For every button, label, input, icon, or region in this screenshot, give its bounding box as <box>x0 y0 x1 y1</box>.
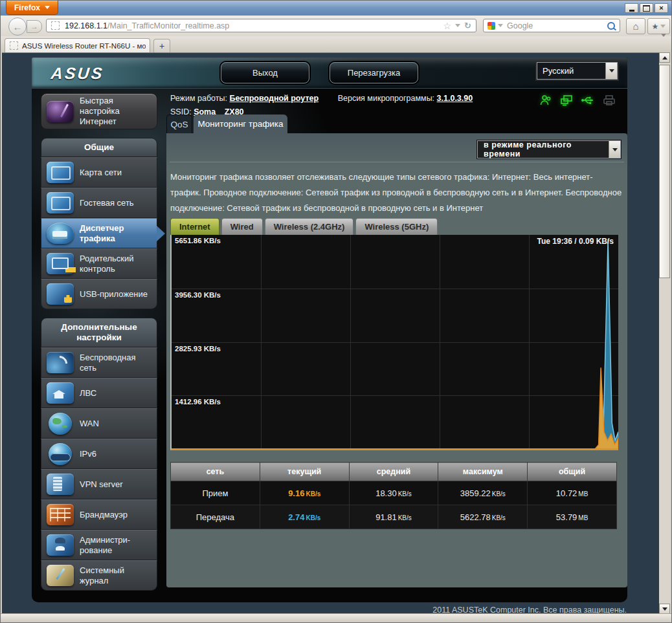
sidebar-item-lan[interactable]: ЛВС <box>41 378 157 408</box>
bookmark-star-icon[interactable]: ☆ <box>443 21 452 30</box>
forward-arrow-icon: → <box>30 22 38 31</box>
browser-window: Firefox × ← → 192.168.1.1/Main_TrafficMo… <box>0 0 672 623</box>
net-tab-wired[interactable]: Wired <box>221 218 263 235</box>
language-select[interactable]: Русский <box>537 62 618 80</box>
sidebar-item-vpn[interactable]: VPN server <box>41 469 157 499</box>
table-cell: 10.72MB <box>528 481 617 505</box>
sidebar-item-label: IPv6 <box>80 449 151 459</box>
maximize-icon <box>643 5 650 12</box>
printer-icon[interactable] <box>603 94 616 106</box>
tab-traffic-monitor[interactable]: Мониторинг трафика <box>194 115 287 133</box>
select-arrow-button[interactable] <box>609 141 620 158</box>
table-row: Прием9.16KB/s18.30KB/s3859.22KB/s10.72MB <box>171 481 617 505</box>
mode-label: Режим работы: <box>170 94 227 103</box>
sidebar: Быстрая настройка Интернет ОбщиеКарта се… <box>41 93 157 591</box>
tab-favicon <box>10 41 18 50</box>
row-label: Передача <box>171 505 260 529</box>
url-dropdown-icon[interactable] <box>455 24 460 27</box>
sidebar-item-firewall[interactable]: Брандмауэр <box>41 499 157 530</box>
firmware-link[interactable]: 3.1.0.3.90 <box>437 94 473 103</box>
home-button[interactable]: ⌂ <box>626 18 645 34</box>
new-tab-button[interactable]: + <box>153 39 170 52</box>
forward-button[interactable]: → <box>27 20 42 33</box>
sidebar-section-title: Общие <box>41 138 157 157</box>
sidebar-item-syslog[interactable]: Системный журнал <box>41 560 157 591</box>
reload-icon[interactable]: ↻ <box>464 21 471 30</box>
minimize-icon <box>629 10 634 12</box>
period-select[interactable]: в режиме реального времени <box>477 140 621 158</box>
traffic-monitor-panel: в режиме реального времени Мониторинг тр… <box>166 133 627 587</box>
mode-link[interactable]: Беспроводной роутер <box>229 94 319 103</box>
description-text: Мониторинг трафика позволяет отслеживать… <box>170 169 623 216</box>
site-identity-icon[interactable] <box>51 21 60 30</box>
sidebar-item-admin[interactable]: Администри­рование <box>41 530 157 560</box>
sidebar-item-label: Диспетчер трафика <box>80 223 151 244</box>
sidebar-item-wireless[interactable]: Беспроводная сеть <box>41 347 157 378</box>
net-tab-wireless-2-4ghz-[interactable]: Wireless (2.4GHz) <box>265 218 354 235</box>
scroll-down-button[interactable] <box>659 604 670 614</box>
table-header: общий <box>528 463 617 481</box>
search-icon[interactable] <box>607 22 615 30</box>
search-engine-dropdown-icon[interactable] <box>498 24 503 27</box>
minimize-button[interactable] <box>625 3 638 13</box>
title-bar: Firefox × <box>1 1 671 16</box>
sidebar-item-label: ЛВС <box>80 388 151 399</box>
chevron-down-icon <box>612 148 618 151</box>
sidebar-item-usb-app[interactable]: USB-приложение <box>41 279 157 309</box>
sidebar-item-traffic-manager[interactable]: Диспетчер трафика <box>41 218 157 248</box>
firefox-menu-button[interactable]: Firefox <box>6 1 58 15</box>
search-bar[interactable]: Google <box>483 19 620 32</box>
triangle-down-icon <box>662 607 667 611</box>
clients-icon[interactable] <box>539 94 552 106</box>
current-value-label: Tue 19:36 / 0.09 KB/s <box>537 237 614 246</box>
usb-icon[interactable] <box>581 94 595 106</box>
y-axis-tick-label: 3956.30 KB/s <box>175 291 221 299</box>
network-screens-icon[interactable] <box>560 94 573 106</box>
select-arrow-button[interactable] <box>605 63 617 79</box>
browser-tab[interactable]: ASUS Wireless Router RT-N66U - монитори.… <box>5 38 150 52</box>
net-tab-wireless-5ghz-[interactable]: Wireless (5GHz) <box>355 218 438 235</box>
close-button[interactable]: × <box>655 3 668 13</box>
sidebar-item-label: USB-приложение <box>80 289 151 300</box>
reboot-button[interactable]: Перезагрузка <box>330 62 418 83</box>
tab-qos[interactable]: QoS <box>166 115 192 133</box>
sidebar-item-wan[interactable]: WAN <box>41 408 157 439</box>
list-all-tabs-button[interactable] <box>661 37 666 49</box>
scroll-up-button[interactable] <box>659 52 670 63</box>
maximize-button[interactable] <box>640 3 653 13</box>
sidebar-item-label: Системный журнал <box>80 565 151 586</box>
traffic-manager-icon <box>47 223 74 244</box>
vertical-scrollbar[interactable] <box>659 52 670 614</box>
url-bar[interactable]: 192.168.1.1/Main_TrafficMonitor_realtime… <box>46 19 476 32</box>
syslog-icon <box>47 565 74 586</box>
traffic-stats-table: сетьтекущийсредниймаксимумобщийПрием9.16… <box>170 462 617 529</box>
table-row: Передача2.74KB/s91.81KB/s5622.78KB/s53.7… <box>171 505 617 529</box>
table-cell: 53.79MB <box>528 505 617 529</box>
logout-button[interactable]: Выход <box>221 62 309 83</box>
back-button[interactable]: ← <box>8 17 27 36</box>
sidebar-section-0: ОбщиеКарта сетиГостевая сетьДиспетчер тр… <box>41 138 157 309</box>
sidebar-item-label: Родительский контроль <box>80 254 151 274</box>
sidebar-item-network-map[interactable]: Карта сети <box>41 157 157 188</box>
bookmarks-menu-button[interactable]: ★ <box>647 18 670 34</box>
sidebar-item-label: Гостевая сеть <box>80 198 151 208</box>
scrollbar-thumb[interactable] <box>659 65 670 278</box>
sidebar-item-quick-setup[interactable]: Быстрая настройка Интернет <box>41 93 157 129</box>
table-cell: 3859.22KB/s <box>438 481 528 505</box>
wireless-icon <box>47 352 74 373</box>
sidebar-section-1: Дополнительные настройкиБеспроводная сет… <box>41 318 157 591</box>
firmware-label: Версия микропрограммы: <box>338 94 434 103</box>
navigation-toolbar: ← → 192.168.1.1/Main_TrafficMonitor_real… <box>1 16 671 37</box>
info-line-1: Режим работы: Беспроводной роутер Версия… <box>170 92 473 105</box>
sidebar-item-ipv6[interactable]: IPv6 <box>41 439 157 469</box>
sidebar-item-guest-network[interactable]: Гостевая сеть <box>41 188 157 218</box>
table-header: сеть <box>171 463 260 481</box>
sidebar-item-parental-control[interactable]: Родительский контроль <box>41 248 157 279</box>
network-type-tabs: InternetWiredWireless (2.4GHz)Wireless (… <box>170 218 438 235</box>
chevron-down-icon <box>660 25 666 28</box>
router-ui-container: ASUS Выход Перезагрузка Русский Режим ра… <box>32 58 627 602</box>
net-tab-internet[interactable]: Internet <box>170 218 219 235</box>
sidebar-item-label: Быстрая настройка Интернет <box>80 96 151 127</box>
url-path: /Main_TrafficMonitor_realtime.asp <box>107 21 229 30</box>
divider <box>2 52 659 53</box>
